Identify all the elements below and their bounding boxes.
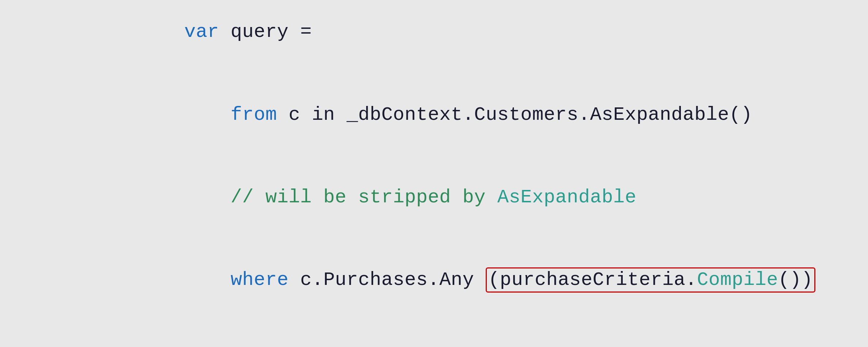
indent5 (91, 104, 231, 126)
code-container: public string[] QueryCustomers ( Express… (0, 0, 868, 347)
indent4 (91, 21, 184, 43)
code-block: public string[] QueryCustomers ( Express… (22, 0, 815, 347)
from-rest: c in _dbContext.Customers.AsExpandable() (277, 104, 753, 126)
where-keyword: where (231, 269, 289, 291)
compile-method: Compile (697, 269, 778, 291)
line-4: var query = (22, 0, 815, 73)
var-keyword: var (184, 21, 219, 43)
indent7 (91, 269, 231, 291)
comment-text: // will be stripped by (91, 187, 497, 208)
query-assign: query = (219, 21, 312, 43)
compile-parens: ()) (778, 269, 813, 291)
purchase-criteria: (purchaseCriteria. (488, 269, 697, 291)
line-6: // will be stripped by AsExpandable (22, 156, 815, 239)
line-5: from c in _dbContext.Customers.AsExpanda… (22, 73, 815, 156)
highlight-box: (purchaseCriteria.Compile()) (486, 267, 815, 293)
line-8: select c.Name; (22, 321, 815, 347)
from-keyword: from (231, 104, 277, 126)
asexpandable-comment: AsExpandable (497, 187, 637, 208)
where-rest: c.Purchases.Any (289, 269, 486, 291)
line-7: where c.Purchases.Any (purchaseCriteria.… (22, 239, 815, 321)
